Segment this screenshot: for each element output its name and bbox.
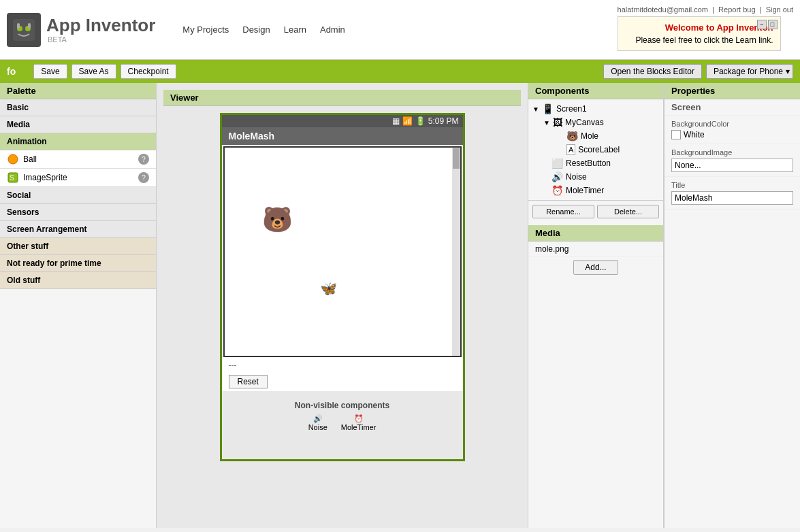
components: Components ▼ 📱 Screen1 ▼ 🖼 MyCanvas 🐻 Mo…: [528, 83, 664, 528]
bgcolor-text-value: White: [684, 130, 705, 139]
imagesprite-help-icon[interactable]: ?: [138, 172, 149, 183]
nonvisible-label: Non-visible components: [229, 401, 456, 410]
tree-noise[interactable]: 🔊 Noise: [528, 170, 663, 184]
moletimer-tree-icon: ⏰: [551, 185, 563, 196]
palette-section-sensors[interactable]: Sensors: [0, 204, 156, 221]
moletimer-icon: ⏰: [354, 414, 364, 423]
noise-tree-label: Noise: [566, 172, 587, 182]
right-toolbar-btns: Open the Blocks Editor Package for Phone…: [603, 64, 793, 79]
tree-scorelabel[interactable]: A ScoreLabel: [528, 143, 663, 156]
tree-mycanvas[interactable]: ▼ 🖼 MyCanvas: [528, 116, 663, 129]
welcome-maximize[interactable]: □: [768, 20, 778, 29]
palette-item-imagesprite-label: ImageSprite: [23, 173, 138, 182]
prop-bgcolor-label: BackgroundColor: [671, 120, 793, 128]
palette-section-not-ready[interactable]: Not ready for prime time: [0, 255, 156, 272]
nav-learn[interactable]: Learn: [284, 24, 306, 35]
phone-title-bar: MoleMash: [222, 127, 463, 145]
svg-text:S: S: [10, 174, 14, 182]
phone-time: 5:09 PM: [428, 116, 459, 126]
project-name: fo: [7, 66, 16, 77]
phone-lower: Non-visible components 🔊 Noise ⏰ MoleTim…: [222, 391, 463, 459]
prop-bgimage-input[interactable]: [671, 159, 793, 172]
ball-icon: [7, 153, 19, 165]
wifi-icon: 📶: [402, 116, 413, 126]
prop-title-label: Title: [671, 181, 793, 189]
user-info: halatmitdotedu@gmail.com | Report bug | …: [618, 5, 793, 14]
top-right: halatmitdotedu@gmail.com | Report bug | …: [618, 5, 793, 51]
welcome-title: Welcome to App Inventor.: [625, 22, 773, 33]
add-media-button[interactable]: Add...: [573, 260, 618, 275]
mycanvas-label: MyCanvas: [565, 118, 604, 127]
noise-label: Noise: [308, 423, 327, 431]
palette-section-other-stuff[interactable]: Other stuff: [0, 238, 156, 255]
mole-icon: 🐻: [566, 131, 578, 142]
noise-icon: 🔊: [313, 414, 323, 423]
welcome-controls: − □: [757, 20, 778, 29]
welcome-minimize[interactable]: −: [757, 20, 767, 29]
tree-screen1[interactable]: ▼ 📱 Screen1: [528, 102, 663, 116]
viewer-header: Viewer: [163, 90, 521, 106]
package-phone-label: Package for Phone: [714, 67, 783, 76]
components-actions: Rename... Delete...: [528, 200, 663, 222]
components-tree: ▼ 📱 Screen1 ▼ 🖼 MyCanvas 🐻 Mole A ScoreL…: [528, 99, 663, 200]
phone-scroll-thumb: [453, 148, 460, 169]
nav-my-projects[interactable]: My Projects: [182, 24, 229, 35]
viewer: Viewer ▦ 📶 🔋 5:09 PM MoleMash 🐻 🦋 ---: [157, 83, 528, 528]
butterfly-image: 🦋: [320, 280, 337, 297]
screen1-toggle[interactable]: ▼: [532, 105, 541, 113]
tree-moletimer[interactable]: ⏰ MoleTimer: [528, 184, 663, 197]
battery-icon: 🔋: [415, 116, 426, 126]
phone-scrollbar[interactable]: [452, 148, 460, 356]
reset-button[interactable]: Reset: [229, 375, 268, 388]
nav-admin[interactable]: Admin: [320, 24, 345, 35]
prop-title-input[interactable]: [671, 191, 793, 205]
save-as-button[interactable]: Save As: [71, 64, 116, 79]
welcome-popup: − □ Welcome to App Inventor. Please feel…: [618, 16, 781, 51]
nav-design[interactable]: Design: [242, 24, 270, 35]
palette-section-animation[interactable]: Animation: [0, 133, 156, 150]
media-section: Media mole.png Add...: [528, 225, 663, 278]
mycanvas-icon: 🖼: [553, 117, 562, 128]
open-blocks-button[interactable]: Open the Blocks Editor: [603, 64, 702, 79]
svg-point-5: [8, 154, 18, 164]
delete-button[interactable]: Delete...: [597, 205, 659, 218]
mycanvas-toggle[interactable]: ▼: [543, 119, 551, 127]
tree-resetbutton[interactable]: ⬜ ResetButton: [528, 156, 663, 170]
moletimer-label: MoleTimer: [341, 423, 377, 431]
report-bug-link[interactable]: Report bug: [718, 5, 755, 14]
imagesprite-icon: S: [7, 171, 19, 184]
palette-section-basic[interactable]: Basic: [0, 99, 156, 116]
palette: Palette Basic Media Animation Ball ? S I…: [0, 83, 157, 528]
main-area: Palette Basic Media Animation Ball ? S I…: [0, 83, 800, 528]
palette-item-ball[interactable]: Ball ?: [0, 150, 156, 169]
phone-outer: 🐻 🦋: [222, 146, 463, 357]
package-phone-button[interactable]: Package for Phone ▾: [706, 64, 793, 79]
nonvisible-area: Non-visible components 🔊 Noise ⏰ MoleTim…: [229, 394, 456, 431]
prop-bgcolor-value[interactable]: White: [671, 130, 793, 139]
save-button[interactable]: Save: [33, 64, 67, 79]
prop-bgimage: BackgroundImage: [665, 144, 800, 177]
palette-section-media[interactable]: Media: [0, 116, 156, 133]
phone-status-bar: ▦ 📶 🔋 5:09 PM: [222, 115, 463, 127]
app-title: App Inventor: [46, 16, 155, 35]
properties-title: Screen: [665, 99, 800, 116]
palette-section-old-stuff[interactable]: Old stuff: [0, 272, 156, 289]
phone-screen[interactable]: 🐻 🦋: [223, 146, 462, 357]
ball-help-icon[interactable]: ?: [138, 154, 149, 165]
checkpoint-button[interactable]: Checkpoint: [121, 64, 176, 79]
noise-tree-icon: 🔊: [551, 171, 563, 182]
app-title-block: App Inventor BETA: [46, 16, 155, 44]
sign-out-link[interactable]: Sign out: [766, 5, 793, 14]
tree-mole[interactable]: 🐻 Mole: [528, 129, 663, 143]
palette-item-imagesprite[interactable]: S ImageSprite ?: [0, 169, 156, 187]
palette-section-social[interactable]: Social: [0, 187, 156, 204]
palette-section-screen-arrangement[interactable]: Screen Arrangement: [0, 221, 156, 238]
prop-title: Title: [665, 177, 800, 210]
logo-area: App Inventor BETA: [7, 13, 155, 47]
prop-bgimage-label: BackgroundImage: [671, 148, 793, 156]
palette-header: Palette: [0, 83, 156, 99]
nonvisible-moletimer: ⏰ MoleTimer: [341, 414, 377, 431]
rename-button[interactable]: Rename...: [532, 205, 594, 218]
top-nav: My Projects Design Learn Admin: [182, 24, 345, 35]
scorelabel-icon: A: [566, 144, 575, 155]
